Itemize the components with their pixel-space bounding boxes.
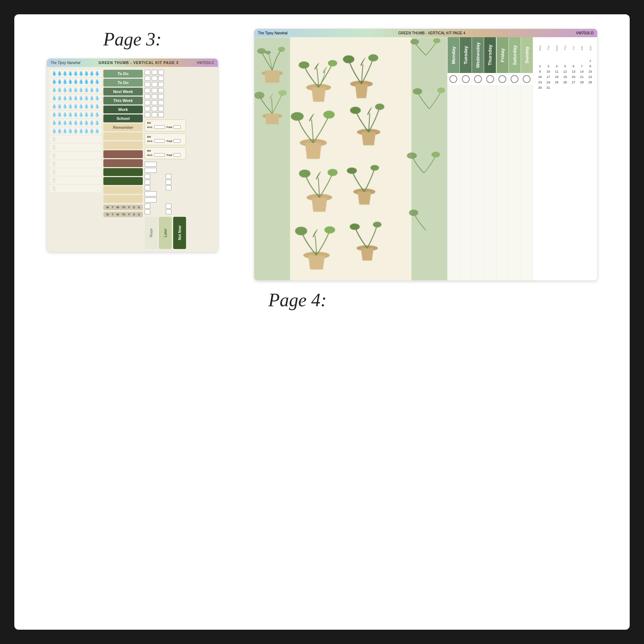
svg-rect-8: [266, 113, 279, 124]
droplet-row-14: 🍴: [50, 177, 102, 184]
day-header-thursday: Thursday: [484, 37, 496, 73]
droplet-row-10: 🍴: [50, 144, 102, 151]
droplet-row-13: 🍴: [50, 169, 102, 176]
svg-point-22: [291, 112, 304, 121]
wide-cb-1: [145, 162, 157, 167]
svg-point-50: [431, 152, 440, 157]
dbl-cb-4a: [152, 88, 157, 93]
day-body-tuesday: [460, 85, 472, 280]
day-header-tuesday: Tuesday: [460, 37, 472, 73]
svg-point-10: [278, 90, 287, 96]
wide-cb-area: [145, 162, 186, 214]
day-col-wednesday: Wednesday: [472, 37, 484, 280]
weekday-row-2: MTWThFSS: [103, 212, 143, 217]
day-col-monday: Monday: [447, 37, 459, 280]
label-work: Work: [103, 106, 143, 113]
cal-date-17: 17: [544, 74, 552, 79]
label-dkgreen-1: [103, 168, 143, 176]
svg-rect-3: [265, 70, 279, 83]
weekday-row-1: MTWThFSS: [103, 205, 143, 210]
day-body-thursday: [484, 85, 496, 280]
page3-row1: 💧💧💧💧💧💧💧💧💧 💧💧💧💧💧💧💧💧💧 💧💧💧💧💧💧💧💧💧 💧💧💧💧💧💧💧💧💧: [50, 70, 215, 249]
cal-header-thu: Thu: [561, 40, 569, 56]
droplet-row-2: 💧💧💧💧💧💧💧💧💧: [50, 78, 102, 85]
svg-rect-44: [411, 38, 447, 280]
checkbox-1: [145, 70, 150, 75]
droplet-row-3: 💧💧💧💧💧💧💧💧💧: [50, 86, 102, 93]
cal-date-1: 1: [586, 58, 594, 63]
svg-point-9: [254, 92, 264, 99]
day-col-thursday: Thursday: [484, 37, 496, 280]
grid-cb-4b: [166, 204, 171, 209]
wide-cb-2: [145, 168, 157, 173]
svg-point-27: [375, 103, 384, 110]
dbl-cb-row-5: [152, 94, 164, 99]
page3-sheet-header: The Tipsy Narwhal GREEN THUMB - VERTICAL…: [47, 59, 218, 67]
botanical-svg: [254, 37, 447, 280]
grid-cb-3b: [166, 185, 171, 190]
dbl-cb-1b: [158, 70, 164, 75]
amt-box-1: [154, 125, 165, 129]
bill-sticker-3: Bill Amt.Paid: [145, 147, 186, 159]
svg-point-51: [409, 210, 418, 216]
svg-marker-37: [308, 255, 325, 269]
bill-line-1: Bill: [147, 121, 184, 125]
droplet-row-8: 💧💧💧💧💧💧💧💧💧: [50, 127, 102, 135]
checkbox-8: [145, 112, 150, 117]
label-remember: Remember: [103, 123, 143, 131]
arrow-stickers: Nope Later Not Now: [145, 217, 186, 249]
droplet-row-5: 💧💧💧💧💧💧💧💧💧: [50, 103, 102, 110]
cal-day-headers: Mon Tue Wed Thu Fri Sat Sun: [536, 40, 594, 56]
cal-cell-empty-3: [553, 58, 561, 63]
day-col-sunday: Sunday: [521, 37, 533, 280]
svg-point-47: [413, 88, 422, 94]
bill-sticker-1: Bill Amt.Paid: [145, 119, 186, 131]
droplet-row-1: 💧💧💧💧💧💧💧💧💧: [50, 70, 102, 77]
droplet-row-9: 🍴: [50, 136, 102, 143]
label-blank-2: [103, 141, 143, 149]
cal-date-19: 19: [561, 74, 569, 79]
botanical-illustration: [254, 37, 447, 280]
grid-cb-1b: [166, 174, 171, 179]
svg-point-5: [278, 47, 285, 52]
main-container: Page 3: The Tipsy Narwhal GREEN THUMB - …: [14, 14, 630, 630]
cal-date-18: 18: [553, 74, 561, 79]
cal-date-26: 26: [561, 80, 569, 85]
wide-cb-grid-2: [145, 204, 186, 214]
cal-date-23: 23: [536, 80, 544, 85]
grid-cb-2a: [145, 180, 150, 185]
grid-cb-1a: [145, 174, 150, 179]
day-circle-saturday: [511, 75, 518, 83]
svg-point-49: [407, 152, 417, 159]
bill-line-2: Amt.Paid: [147, 125, 184, 129]
dbl-cb-7b: [158, 106, 164, 111]
cal-date-14: 14: [578, 69, 586, 74]
cal-date-25: 25: [553, 80, 561, 85]
cal-cell-empty-2: [544, 58, 552, 63]
svg-marker-41: [361, 248, 374, 260]
wide-cb-4: [145, 197, 157, 203]
droplet-row-12: 🍴: [50, 160, 102, 167]
dbl-cb-6a: [152, 100, 157, 105]
amt-box-2: [154, 139, 165, 143]
svg-point-46: [433, 38, 440, 43]
page4-sheet: The Tipsy Narwhal GREEN THUMB - VERTICAL…: [254, 29, 597, 281]
cal-date-9: 9: [536, 69, 544, 74]
svg-marker-25: [361, 132, 376, 145]
paid-box-1: [174, 125, 181, 129]
bill-sticker-2: Bill Amt.Paid: [145, 133, 186, 145]
cal-cell-empty-4: [561, 58, 569, 63]
svg-point-15: [328, 60, 337, 67]
day-body-sunday: [521, 85, 533, 280]
paid-box-3: [174, 153, 181, 157]
grid-cb-5b: [166, 209, 171, 214]
wide-cb-3: [145, 191, 157, 196]
checkbox-3: [145, 82, 150, 87]
dbl-cb-5a: [152, 94, 157, 99]
dbl-cb-row-8: [152, 112, 164, 117]
dbl-cb-1a: [152, 70, 157, 75]
page4-brand: The Tipsy Narwhal: [258, 31, 288, 35]
day-header-saturday: Saturday: [509, 37, 521, 73]
cal-date-6: 6: [570, 64, 577, 69]
page3-code: VW7016-C: [197, 61, 214, 65]
